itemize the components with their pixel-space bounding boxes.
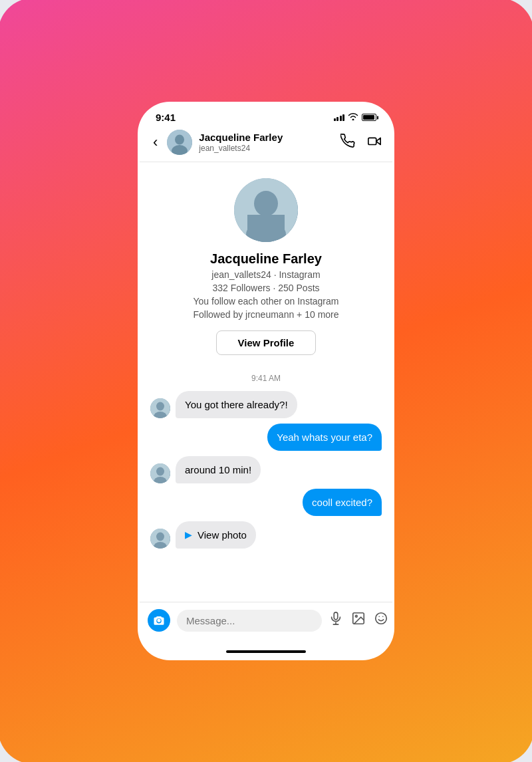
message-timestamp: 9:41 AM: [150, 374, 382, 383]
chat-body: Jacqueline Farley jean_vallets24 · Insta…: [140, 162, 392, 602]
svg-point-18: [157, 618, 160, 622]
message-bubble: around 10 min!: [176, 456, 261, 483]
profile-handle: jean_vallets24 · Instagram: [211, 269, 320, 280]
sticker-button[interactable]: [374, 611, 388, 630]
status-time: 9:41: [156, 112, 176, 123]
svg-point-10: [156, 402, 164, 411]
video-button[interactable]: [367, 134, 382, 152]
message-row: around 10 min!: [150, 456, 382, 483]
contact-info: Jacqueline Farley jean_vallets24: [199, 132, 334, 153]
camera-button[interactable]: [148, 609, 170, 632]
status-icons: [334, 112, 377, 122]
svg-point-16: [156, 533, 164, 541]
profile-followed-by: Followed by jrcneumann + 10 more: [193, 309, 338, 320]
message-row: You got there already?!: [150, 391, 382, 418]
message-avatar: [150, 529, 170, 549]
contact-name: Jacqueline Farley: [199, 132, 334, 144]
microphone-button[interactable]: [329, 611, 343, 630]
profile-avatar[interactable]: [234, 178, 298, 242]
contact-username: jean_vallets24: [199, 144, 334, 153]
message-avatar: [150, 463, 170, 483]
profile-name: Jacqueline Farley: [210, 251, 322, 267]
message-avatar: [150, 398, 170, 418]
svg-point-6: [254, 191, 278, 216]
signal-icon: [334, 114, 345, 121]
status-bar: 9:41: [140, 104, 392, 126]
call-button[interactable]: [340, 134, 355, 152]
message-bubble: Yeah whats your eta?: [267, 424, 382, 451]
svg-point-1: [175, 135, 184, 145]
input-bar: [140, 602, 392, 645]
message-bubble-media[interactable]: ▶ View photo: [176, 521, 256, 549]
back-button[interactable]: ‹: [150, 132, 160, 152]
messages-area: 9:41 AM You got there already?!: [140, 368, 392, 562]
profile-section: Jacqueline Farley jean_vallets24 · Insta…: [140, 162, 392, 368]
message-bubble: You got there already?!: [176, 391, 297, 418]
svg-point-24: [376, 613, 387, 624]
message-bubble: cooll excited?: [303, 489, 382, 516]
message-row: ▶ View photo: [150, 521, 382, 549]
svg-marker-4: [377, 138, 381, 144]
message-row: Yeah whats your eta?: [150, 424, 382, 451]
media-label: View photo: [198, 528, 247, 542]
play-icon: ▶: [185, 529, 192, 542]
home-bar: [226, 650, 306, 653]
message-row: cooll excited?: [150, 489, 382, 516]
battery-icon: [362, 114, 376, 121]
svg-point-13: [156, 467, 164, 476]
profile-mutual: You follow each other on Instagram: [194, 296, 339, 307]
svg-rect-19: [334, 612, 338, 620]
svg-rect-3: [368, 138, 376, 144]
svg-rect-8: [247, 215, 285, 242]
chat-header: ‹ Jacqueline Farley jean_vallets24: [140, 126, 392, 162]
profile-stats: 332 Followers · 250 Posts: [212, 283, 319, 293]
view-profile-button[interactable]: View Profile: [216, 330, 317, 355]
contact-avatar-small[interactable]: [167, 130, 192, 155]
home-indicator: [140, 645, 392, 658]
wifi-icon: [348, 112, 358, 122]
phone-screen: 9:41: [140, 104, 392, 658]
input-icons: [329, 611, 388, 630]
header-actions: [340, 134, 382, 152]
image-button[interactable]: [351, 611, 366, 630]
message-input[interactable]: [177, 610, 322, 632]
svg-point-23: [355, 615, 357, 617]
